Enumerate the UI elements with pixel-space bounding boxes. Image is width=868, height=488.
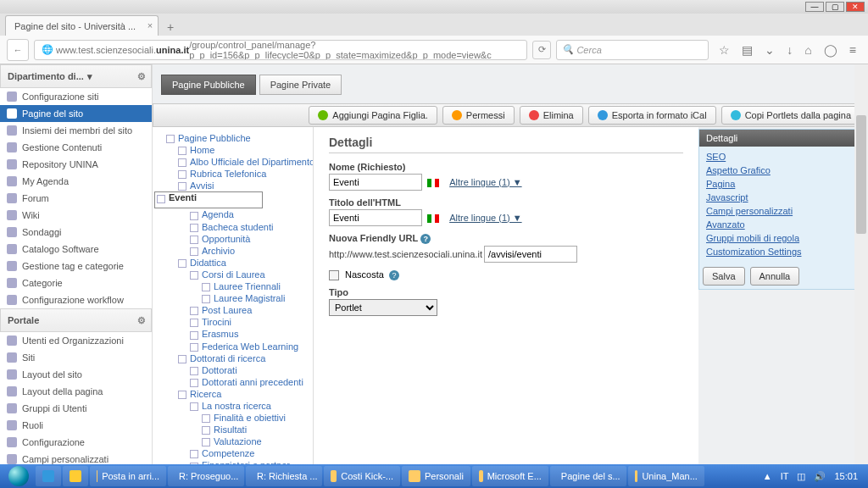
taskbar-pin[interactable]: [63, 466, 88, 486]
taskbar-item[interactable]: Costi Kick-...: [324, 466, 400, 486]
sidebar-item[interactable]: Gruppi di Utenti: [0, 400, 152, 417]
panel-link[interactable]: Javascript: [703, 191, 855, 204]
taskbar-pin[interactable]: [36, 466, 61, 486]
pocket-icon[interactable]: ⌄: [765, 43, 775, 57]
sidebar-item[interactable]: My Agenda: [0, 173, 152, 190]
tree-node[interactable]: Lauree Triennali: [154, 280, 311, 292]
cancel-button[interactable]: Annulla: [750, 267, 800, 286]
close-window-button[interactable]: ✕: [846, 2, 865, 12]
tree-node[interactable]: Dottorati di ricerca: [154, 352, 311, 364]
scrollbar[interactable]: [854, 64, 868, 464]
tree-node[interactable]: Avvisi: [154, 180, 311, 191]
export-ical-button[interactable]: Esporta in formato iCal: [588, 106, 716, 125]
tree-node[interactable]: Risultati: [154, 424, 311, 435]
name-input[interactable]: [329, 174, 422, 191]
taskbar-item[interactable]: Posta in arri...: [90, 466, 166, 486]
tray-clock[interactable]: 15:01: [834, 471, 858, 481]
panel-link[interactable]: Avanzato: [703, 218, 855, 231]
tree-node[interactable]: Didattica: [154, 257, 311, 269]
panel-link[interactable]: SEO: [703, 150, 855, 164]
tree-node[interactable]: Archivio: [154, 245, 311, 257]
sidebar-item[interactable]: Catalogo Software: [0, 241, 152, 258]
sidebar-item[interactable]: Pagine del sito: [0, 105, 152, 122]
page-tree[interactable]: Pagine PubblicheHomeAlbo Ufficiale del D…: [153, 127, 314, 464]
reload-button[interactable]: ⟳: [532, 41, 551, 59]
tray-volume-icon[interactable]: 🔊: [814, 471, 826, 482]
copy-portlets-button[interactable]: Copi Portlets dalla pagina: [721, 106, 860, 125]
tree-node[interactable]: Lauree Magistrali: [154, 292, 311, 304]
taskbar-item[interactable]: Pagine del s...: [550, 466, 626, 486]
sidebar-item[interactable]: Ruoli: [0, 417, 152, 434]
help-icon[interactable]: ?: [389, 270, 399, 280]
taskbar-item[interactable]: Unina_Man...: [628, 466, 704, 486]
tray-network-icon[interactable]: ◫: [797, 471, 805, 482]
tree-node[interactable]: Post Laurea: [154, 304, 311, 316]
sidebar-item[interactable]: Forum: [0, 190, 152, 207]
delete-button[interactable]: Elimina: [520, 106, 583, 125]
tree-node[interactable]: Competenze: [154, 447, 311, 459]
taskbar-item[interactable]: R: Proseguo...: [168, 466, 244, 486]
sidebar-site-selector[interactable]: Dipartimento di...▾ ⚙: [0, 64, 152, 88]
tree-node[interactable]: Tirocini: [154, 316, 311, 328]
type-select[interactable]: Portlet: [329, 299, 437, 316]
browser-tab[interactable]: Pagine del sito - Università ... ×: [5, 15, 159, 36]
sidebar-item[interactable]: Gestione Contenuti: [0, 139, 152, 156]
gear-icon[interactable]: ⚙: [137, 315, 146, 326]
sidebar-item[interactable]: Campi personalizzati: [0, 451, 152, 464]
tree-node[interactable]: Corsi di Laurea: [154, 269, 311, 280]
tree-node[interactable]: Federica Web Learning: [154, 341, 311, 352]
other-languages-link[interactable]: Altre lingue (1) ▼: [449, 213, 521, 223]
list-icon[interactable]: ▤: [742, 43, 753, 57]
address-bar[interactable]: 🌐 www.test.scienzesociali.unina.it/group…: [34, 40, 527, 60]
sidebar-item[interactable]: Configurazione: [0, 434, 152, 451]
tree-node[interactable]: Agenda: [154, 208, 311, 220]
menu-icon[interactable]: ≡: [849, 43, 856, 57]
friendly-url-input[interactable]: [484, 246, 577, 263]
tab-public-pages[interactable]: Pagine Pubbliche: [161, 75, 256, 95]
tree-node[interactable]: Dottorati: [154, 364, 311, 376]
permissions-button[interactable]: Permessi: [442, 106, 515, 125]
add-child-page-button[interactable]: Aggiungi Pagina Figlia.: [309, 106, 437, 125]
new-tab-button[interactable]: +: [162, 19, 179, 36]
tree-node[interactable]: Erasmus: [154, 328, 311, 340]
chat-icon[interactable]: ◯: [824, 43, 837, 57]
taskbar-item[interactable]: R: Richiesta ...: [246, 466, 322, 486]
tree-node[interactable]: Opportunità: [154, 233, 311, 245]
sidebar-item[interactable]: Repository UNINA: [0, 156, 152, 173]
sidebar-item[interactable]: Sondaggi: [0, 224, 152, 241]
sidebar-item[interactable]: Siti: [0, 349, 152, 366]
sidebar-item[interactable]: Wiki: [0, 207, 152, 224]
sidebar-item[interactable]: Configurazione workflow: [0, 291, 152, 308]
tree-node[interactable]: Valutazione: [154, 435, 311, 447]
scrollbar-thumb[interactable]: [856, 115, 866, 234]
tree-node[interactable]: Albo Ufficiale del Dipartimento: [154, 156, 311, 168]
tray-flag-icon[interactable]: ▲: [763, 471, 772, 481]
tree-node[interactable]: Finalità e obiettivi: [154, 412, 311, 424]
help-icon[interactable]: ?: [420, 234, 431, 244]
search-box[interactable]: 🔍 Cerca: [556, 40, 709, 60]
tree-node[interactable]: Dottorati anni precedenti: [154, 376, 311, 388]
sidebar-item[interactable]: Gestione tag e categorie: [0, 258, 152, 274]
tray-lang[interactable]: IT: [781, 471, 789, 481]
other-languages-link[interactable]: Altre lingue (1) ▼: [449, 177, 521, 187]
tree-node[interactable]: Finanziatori e partner: [154, 459, 311, 464]
gear-icon[interactable]: ⚙: [137, 71, 146, 82]
sidebar-item[interactable]: Configurazione siti: [0, 88, 152, 105]
panel-link[interactable]: Campi personalizzati: [703, 204, 855, 218]
sidebar-item[interactable]: Layout della pagina: [0, 383, 152, 400]
sidebar-item[interactable]: Insiemi dei membri del sito: [0, 122, 152, 139]
tree-node[interactable]: Bacheca studenti: [154, 221, 311, 233]
tree-node[interactable]: Ricerca: [154, 388, 311, 400]
tree-node[interactable]: Pagine Pubbliche: [154, 132, 311, 144]
hidden-checkbox[interactable]: [329, 270, 339, 280]
tree-node[interactable]: Rubrica Telefonica: [154, 168, 311, 180]
panel-link[interactable]: Gruppi mobili di regola: [703, 231, 855, 245]
tree-node[interactable]: La nostra ricerca: [154, 400, 311, 412]
taskbar-item[interactable]: Personali: [402, 466, 470, 486]
save-button[interactable]: Salva: [703, 267, 745, 286]
taskbar-item[interactable]: Microsoft E...: [472, 466, 548, 486]
download-icon[interactable]: ↓: [787, 43, 793, 57]
tree-node[interactable]: Home: [154, 144, 311, 156]
home-icon[interactable]: ⌂: [804, 43, 811, 57]
minimize-button[interactable]: —: [805, 2, 824, 12]
